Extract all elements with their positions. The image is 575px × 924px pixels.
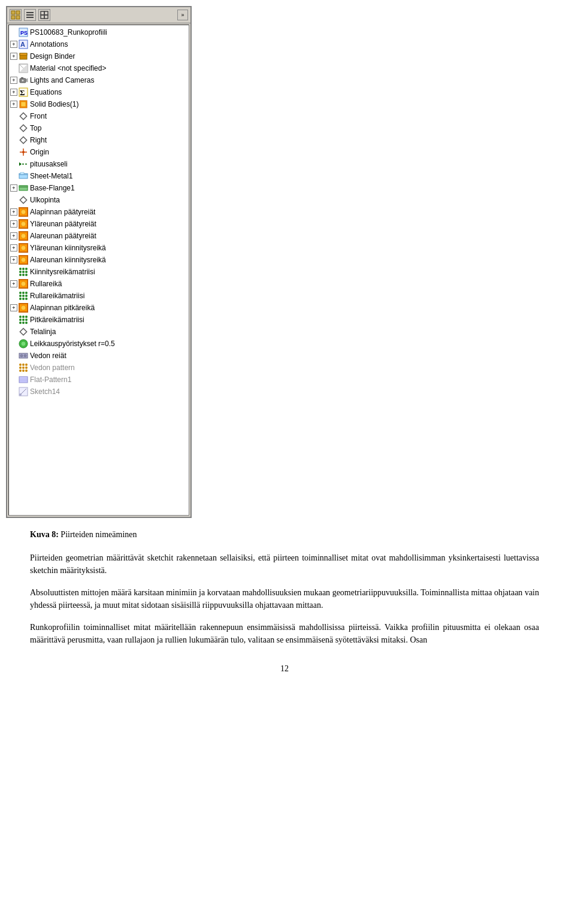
tree-item-rullareika[interactable]: + Rullareikä (9, 278, 189, 290)
tree-item-alapinnan-paatyreiat[interactable]: + Alapinnan päätyreiät (9, 206, 189, 218)
svg-point-64 (22, 292, 25, 294)
tree-item-annotations[interactable]: + A Annotations (9, 38, 189, 50)
expand-alapinnan-pitk-areika[interactable]: + (10, 304, 17, 311)
feature-alapinnan-icon (19, 207, 28, 217)
tree-item-right[interactable]: Right (9, 134, 189, 146)
tree-item-vedon-reiat-label: Vedon reiät (30, 350, 66, 361)
toolbar-icon-2[interactable] (24, 9, 36, 21)
tree-item-front[interactable]: Front (9, 110, 189, 122)
tree-item-alareunan-paatyreiat-label: Alareunan päätyreiät (30, 231, 96, 241)
tree-item-ulkopinta[interactable]: Ulkopinta (9, 194, 189, 206)
tree-item-alareunan-kiinnitysreika[interactable]: + Alareunan kiinnitysreikä (9, 254, 189, 266)
tree-item-ylareunan-kiinnitysreika[interactable]: + Yläreunan kiinnitysreikä (9, 242, 189, 254)
tree-item-alareunan-paatyreiat[interactable]: + Alareunan päätyreiät (9, 230, 189, 242)
tree-item-root[interactable]: PS PS100683_Runkoprofiili (9, 26, 189, 38)
a-icon: A (19, 40, 28, 49)
tree-item-top[interactable]: Top (9, 122, 189, 134)
svg-rect-3 (16, 16, 20, 19)
expand-alareunan-paatyreiat[interactable]: + (10, 232, 17, 240)
page-number: 12 (30, 664, 539, 674)
svg-rect-9 (41, 15, 44, 19)
tree-item-flat-pattern1[interactable]: Flat-Pattern1 (9, 374, 189, 386)
tree-item-pituusakseli[interactable]: pituusakseli (9, 158, 189, 170)
tree-item-rullareika-matriisi-label: Rullareikämatriisi (30, 290, 84, 301)
expand-base-flange1[interactable]: + (10, 184, 17, 192)
expand-alareunan-kiinnitysreika[interactable]: + (10, 256, 17, 263)
svg-point-45 (21, 222, 26, 226)
sheetmetal-icon (19, 171, 28, 181)
origin-icon (19, 147, 28, 157)
svg-rect-29 (20, 125, 26, 131)
svg-rect-98 (19, 377, 28, 383)
tree-item-equations-label: Equations (30, 87, 62, 98)
tree-item-lights-cameras[interactable]: + Lights and Cameras (9, 74, 189, 86)
tree-item-rullareika-matriisi[interactable]: Rullareikämatriisi (9, 290, 189, 302)
vedon-reiat-icon (19, 351, 28, 360)
tree-item-sketch14-label: Sketch14 (30, 386, 60, 397)
svg-point-93 (22, 366, 25, 369)
expand-alapinnan-paatyreiat[interactable]: + (10, 208, 17, 216)
svg-point-77 (19, 319, 22, 321)
expand-design-binder[interactable]: + (10, 53, 17, 60)
svg-point-60 (25, 274, 28, 276)
svg-rect-8 (44, 11, 48, 15)
tree-item-alareunan-kiinnitysreika-label: Alareunan kiinnitysreikä (30, 255, 106, 265)
content-area: Kuva 8: Piirteiden nimeäminen Piirteiden… (0, 518, 575, 686)
svg-point-74 (19, 316, 22, 318)
toolbar-expand-button[interactable]: » (177, 10, 188, 20)
tree-item-ylareunan-paatyreiat[interactable]: + Yläreunan päätyreiät (9, 218, 189, 230)
base-flange-icon (19, 183, 28, 193)
svg-point-79 (25, 319, 28, 321)
tree-item-sheet-metal1[interactable]: Sheet-Metal1 (9, 170, 189, 182)
tree-item-pitk-areika-matriisi[interactable]: Pitkäreikämatriisi (9, 314, 189, 326)
svg-point-88 (24, 355, 26, 357)
svg-point-68 (25, 295, 28, 297)
tree-item-solid-bodies[interactable]: + Solid Bodies(1) (9, 98, 189, 110)
svg-point-92 (19, 366, 22, 369)
tree-item-equations[interactable]: + Σ Equations (9, 86, 189, 98)
tree-item-ylareunan-kiinnitysreika-label: Yläreunan kiinnitysreikä (30, 243, 106, 253)
svg-rect-23 (21, 77, 23, 78)
svg-point-69 (19, 298, 22, 300)
svg-text:Σ: Σ (20, 88, 25, 97)
expand-equations[interactable]: + (10, 89, 17, 96)
svg-rect-6 (26, 17, 34, 18)
svg-point-59 (22, 274, 25, 276)
tree-item-alapinnan-pitk-areika[interactable]: + Alapinnan pitkäreikä (9, 302, 189, 314)
svg-point-52 (19, 268, 22, 270)
tree-item-vedon-pattern[interactable]: Vedon pattern (9, 362, 189, 374)
pattern-green-rulla-icon (19, 291, 28, 301)
svg-point-67 (22, 295, 25, 297)
svg-point-57 (25, 271, 28, 273)
tree-item-material-label: Material <not specified> (30, 63, 106, 74)
expand-lights-cameras[interactable]: + (10, 77, 17, 84)
toolbar-icon-1[interactable] (10, 9, 22, 21)
tree-item-base-flange1[interactable]: + Base-Flange1 (9, 182, 189, 194)
tree-item-origin[interactable]: Origin (9, 146, 189, 158)
tree-item-leikkauspyoristykset[interactable]: Leikkauspyöristykset r=0.5 (9, 338, 189, 350)
top-diamond-icon (19, 123, 28, 133)
expand-ylareunan-paatyreiat[interactable]: + (10, 220, 17, 228)
tree-item-root-label: PS100683_Runkoprofiili (30, 27, 107, 38)
tree-item-vedon-reiat[interactable]: Vedon reiät (9, 350, 189, 362)
tree-item-telalinja-label: Telalinja (30, 326, 56, 337)
tree-item-design-binder-label: Design Binder (30, 51, 75, 62)
tree-item-kiinnitysreika-matriisi[interactable]: Kiinnitysreikämatriisi (9, 266, 189, 278)
svg-point-82 (25, 322, 28, 324)
expand-ylareunan-kiinnitysreika[interactable]: + (10, 244, 17, 252)
tree-item-solid-bodies-label: Solid Bodies(1) (30, 99, 78, 110)
svg-rect-1 (16, 11, 20, 14)
expand-rullareika[interactable]: + (10, 280, 17, 287)
svg-rect-38 (20, 172, 24, 174)
tree-item-telalinja[interactable]: Telalinja (9, 326, 189, 338)
expand-annotations[interactable]: + (10, 41, 17, 48)
expand-solid-bodies[interactable]: + (10, 101, 17, 108)
tree-item-pitk-areika-matriisi-label: Pitkäreikämatriisi (30, 314, 84, 325)
tree-item-sketch14[interactable]: Sketch14 (9, 386, 189, 398)
svg-point-91 (25, 363, 28, 366)
tree-item-material[interactable]: Material <not specified> (9, 62, 189, 74)
toolbar-icon-3[interactable] (38, 9, 50, 21)
front-diamond-icon (19, 111, 28, 121)
tree-item-design-binder[interactable]: + Design Binder (9, 50, 189, 62)
feature-ylareunan-icon (19, 219, 28, 229)
